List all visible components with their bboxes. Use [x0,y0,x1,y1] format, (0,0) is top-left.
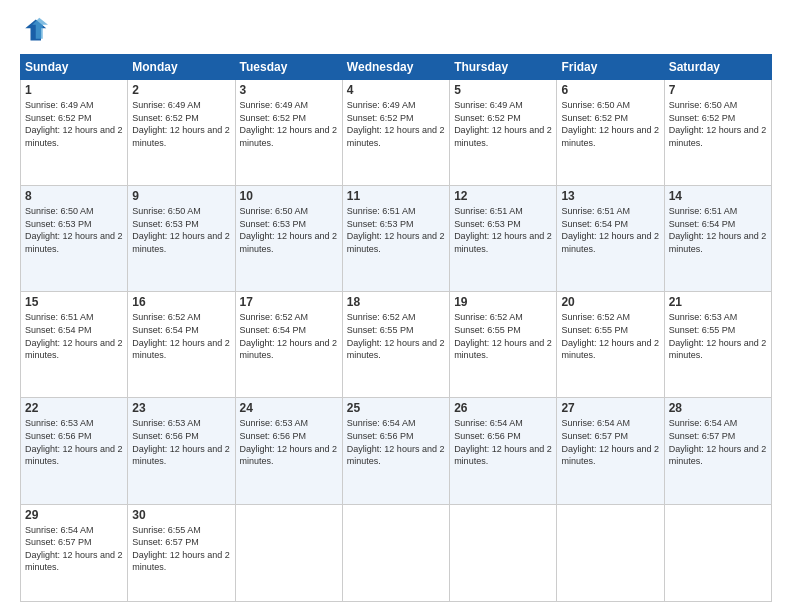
day-number: 6 [561,83,659,97]
calendar-cell: 3 Sunrise: 6:49 AM Sunset: 6:52 PM Dayli… [235,80,342,186]
day-number: 25 [347,401,445,415]
calendar-cell [557,504,664,601]
calendar-cell: 8 Sunrise: 6:50 AM Sunset: 6:53 PM Dayli… [21,186,128,292]
day-info: Sunrise: 6:54 AM Sunset: 6:57 PM Dayligh… [25,524,123,574]
calendar-cell: 22 Sunrise: 6:53 AM Sunset: 6:56 PM Dayl… [21,398,128,504]
calendar-cell: 11 Sunrise: 6:51 AM Sunset: 6:53 PM Dayl… [342,186,449,292]
calendar-header-saturday: Saturday [664,55,771,80]
calendar-cell: 13 Sunrise: 6:51 AM Sunset: 6:54 PM Dayl… [557,186,664,292]
day-number: 9 [132,189,230,203]
calendar-cell: 16 Sunrise: 6:52 AM Sunset: 6:54 PM Dayl… [128,292,235,398]
day-number: 27 [561,401,659,415]
day-info: Sunrise: 6:52 AM Sunset: 6:55 PM Dayligh… [561,311,659,361]
calendar-cell: 28 Sunrise: 6:54 AM Sunset: 6:57 PM Dayl… [664,398,771,504]
calendar-cell: 30 Sunrise: 6:55 AM Sunset: 6:57 PM Dayl… [128,504,235,601]
day-info: Sunrise: 6:52 AM Sunset: 6:55 PM Dayligh… [347,311,445,361]
day-info: Sunrise: 6:50 AM Sunset: 6:53 PM Dayligh… [132,205,230,255]
day-info: Sunrise: 6:53 AM Sunset: 6:56 PM Dayligh… [132,417,230,467]
calendar-cell: 1 Sunrise: 6:49 AM Sunset: 6:52 PM Dayli… [21,80,128,186]
day-info: Sunrise: 6:53 AM Sunset: 6:56 PM Dayligh… [240,417,338,467]
day-info: Sunrise: 6:49 AM Sunset: 6:52 PM Dayligh… [454,99,552,149]
calendar-cell: 21 Sunrise: 6:53 AM Sunset: 6:55 PM Dayl… [664,292,771,398]
calendar-cell: 14 Sunrise: 6:51 AM Sunset: 6:54 PM Dayl… [664,186,771,292]
calendar-cell: 25 Sunrise: 6:54 AM Sunset: 6:56 PM Dayl… [342,398,449,504]
day-info: Sunrise: 6:50 AM Sunset: 6:52 PM Dayligh… [561,99,659,149]
calendar-header-wednesday: Wednesday [342,55,449,80]
day-number: 2 [132,83,230,97]
day-info: Sunrise: 6:55 AM Sunset: 6:57 PM Dayligh… [132,524,230,574]
calendar-header-tuesday: Tuesday [235,55,342,80]
day-number: 23 [132,401,230,415]
calendar: SundayMondayTuesdayWednesdayThursdayFrid… [20,54,772,602]
page: SundayMondayTuesdayWednesdayThursdayFrid… [0,0,792,612]
calendar-cell: 9 Sunrise: 6:50 AM Sunset: 6:53 PM Dayli… [128,186,235,292]
calendar-header-friday: Friday [557,55,664,80]
calendar-cell: 4 Sunrise: 6:49 AM Sunset: 6:52 PM Dayli… [342,80,449,186]
day-number: 28 [669,401,767,415]
day-number: 22 [25,401,123,415]
calendar-cell: 19 Sunrise: 6:52 AM Sunset: 6:55 PM Dayl… [450,292,557,398]
calendar-cell: 12 Sunrise: 6:51 AM Sunset: 6:53 PM Dayl… [450,186,557,292]
calendar-cell: 5 Sunrise: 6:49 AM Sunset: 6:52 PM Dayli… [450,80,557,186]
calendar-cell [342,504,449,601]
day-info: Sunrise: 6:52 AM Sunset: 6:55 PM Dayligh… [454,311,552,361]
day-info: Sunrise: 6:54 AM Sunset: 6:56 PM Dayligh… [454,417,552,467]
calendar-cell: 10 Sunrise: 6:50 AM Sunset: 6:53 PM Dayl… [235,186,342,292]
calendar-cell: 18 Sunrise: 6:52 AM Sunset: 6:55 PM Dayl… [342,292,449,398]
day-number: 15 [25,295,123,309]
day-number: 30 [132,508,230,522]
day-number: 13 [561,189,659,203]
day-info: Sunrise: 6:51 AM Sunset: 6:53 PM Dayligh… [454,205,552,255]
day-info: Sunrise: 6:52 AM Sunset: 6:54 PM Dayligh… [240,311,338,361]
day-number: 20 [561,295,659,309]
header [20,16,772,44]
day-number: 18 [347,295,445,309]
day-info: Sunrise: 6:53 AM Sunset: 6:56 PM Dayligh… [25,417,123,467]
day-number: 8 [25,189,123,203]
day-number: 5 [454,83,552,97]
day-info: Sunrise: 6:53 AM Sunset: 6:55 PM Dayligh… [669,311,767,361]
day-number: 16 [132,295,230,309]
day-number: 17 [240,295,338,309]
day-number: 1 [25,83,123,97]
calendar-cell: 27 Sunrise: 6:54 AM Sunset: 6:57 PM Dayl… [557,398,664,504]
calendar-cell: 7 Sunrise: 6:50 AM Sunset: 6:52 PM Dayli… [664,80,771,186]
day-number: 7 [669,83,767,97]
day-info: Sunrise: 6:49 AM Sunset: 6:52 PM Dayligh… [240,99,338,149]
day-info: Sunrise: 6:50 AM Sunset: 6:52 PM Dayligh… [669,99,767,149]
day-info: Sunrise: 6:50 AM Sunset: 6:53 PM Dayligh… [25,205,123,255]
calendar-header-monday: Monday [128,55,235,80]
day-number: 21 [669,295,767,309]
logo-icon [20,16,48,44]
calendar-cell: 24 Sunrise: 6:53 AM Sunset: 6:56 PM Dayl… [235,398,342,504]
calendar-cell [450,504,557,601]
calendar-cell: 15 Sunrise: 6:51 AM Sunset: 6:54 PM Dayl… [21,292,128,398]
calendar-cell: 26 Sunrise: 6:54 AM Sunset: 6:56 PM Dayl… [450,398,557,504]
day-number: 10 [240,189,338,203]
day-info: Sunrise: 6:52 AM Sunset: 6:54 PM Dayligh… [132,311,230,361]
day-number: 26 [454,401,552,415]
day-number: 11 [347,189,445,203]
day-info: Sunrise: 6:50 AM Sunset: 6:53 PM Dayligh… [240,205,338,255]
day-info: Sunrise: 6:51 AM Sunset: 6:54 PM Dayligh… [561,205,659,255]
calendar-cell [235,504,342,601]
calendar-cell: 23 Sunrise: 6:53 AM Sunset: 6:56 PM Dayl… [128,398,235,504]
day-number: 14 [669,189,767,203]
day-info: Sunrise: 6:54 AM Sunset: 6:57 PM Dayligh… [669,417,767,467]
calendar-header-sunday: Sunday [21,55,128,80]
day-number: 29 [25,508,123,522]
day-number: 3 [240,83,338,97]
calendar-cell: 29 Sunrise: 6:54 AM Sunset: 6:57 PM Dayl… [21,504,128,601]
calendar-cell: 6 Sunrise: 6:50 AM Sunset: 6:52 PM Dayli… [557,80,664,186]
calendar-cell: 17 Sunrise: 6:52 AM Sunset: 6:54 PM Dayl… [235,292,342,398]
calendar-header-thursday: Thursday [450,55,557,80]
day-number: 4 [347,83,445,97]
day-number: 24 [240,401,338,415]
calendar-cell: 20 Sunrise: 6:52 AM Sunset: 6:55 PM Dayl… [557,292,664,398]
day-info: Sunrise: 6:51 AM Sunset: 6:54 PM Dayligh… [25,311,123,361]
day-info: Sunrise: 6:54 AM Sunset: 6:56 PM Dayligh… [347,417,445,467]
calendar-cell [664,504,771,601]
day-info: Sunrise: 6:51 AM Sunset: 6:54 PM Dayligh… [669,205,767,255]
day-number: 12 [454,189,552,203]
day-info: Sunrise: 6:49 AM Sunset: 6:52 PM Dayligh… [25,99,123,149]
